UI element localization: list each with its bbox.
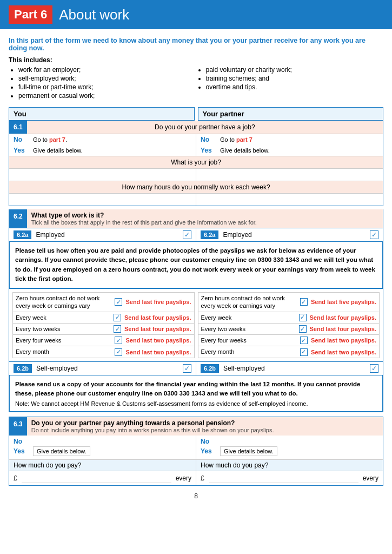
bullet-item: overtime and tips.: [206, 83, 384, 91]
payslip-action-partner-4: Send last two payslips.: [311, 349, 376, 355]
section-6-2b-check-you[interactable]: ✓: [183, 364, 191, 373]
partner-job-input[interactable]: [196, 169, 383, 181]
payslip-check-partner-2[interactable]: ✓: [299, 325, 307, 333]
payslip-col-partner: Zero hours contract do not work every we…: [198, 292, 380, 358]
partner-yes-detail: Give details below.: [220, 147, 270, 154]
section-6-3-header: 6.3 Do you or your partner pay anything …: [9, 417, 383, 436]
payslip-label-you-0: Zero hours contract do not work every we…: [16, 294, 111, 310]
section-6-1-num: 6.1: [9, 121, 27, 134]
you-no-goto: Go to part 7.: [33, 136, 67, 143]
section-6-3-partner-yes-label: Yes: [201, 447, 216, 455]
payslip-action-partner-3: Send last two payslips.: [311, 337, 376, 344]
includes-label: This includes:: [9, 56, 383, 64]
section-6-3-partner-pound: £: [201, 474, 204, 482]
section-6-3-partner-no-label: No: [201, 438, 216, 445]
payslip-check-you-4[interactable]: ✓: [115, 348, 122, 356]
payslip-check-partner-3[interactable]: ✓: [300, 337, 308, 344]
payslip-row-partner-1: Every week ✓ Send last four payslips.: [198, 312, 380, 324]
payslip-check-partner-4[interactable]: ✓: [300, 348, 308, 356]
section-6-2a-check-partner[interactable]: ✓: [370, 230, 378, 239]
you-job-input[interactable]: [9, 169, 196, 181]
bullet-item: full-time or part-time work;: [18, 83, 196, 91]
section-6-3-question: Do you or your partner pay anything towa…: [27, 417, 383, 436]
section-6-2b-badge-partner: 6.2b: [201, 364, 219, 373]
you-partner-headers: You Your partner: [9, 107, 383, 121]
partner-header: Your partner: [198, 107, 384, 121]
section-6-3-partner-amount: £ every: [196, 471, 383, 485]
payslip-section: Zero hours contract do not work every we…: [9, 289, 383, 362]
section-6-1-partner-yn: No Go to part 7 Yes Give details below.: [196, 134, 383, 156]
section-6-1-question: Do you or your partner have a job?: [27, 121, 383, 134]
you-yes-item: Yes Give details below.: [9, 145, 196, 156]
section-6-2a-badge-partner: 6.2a: [201, 230, 218, 239]
section-6-2b-row: 6.2b Self-employed ✓ 6.2b Self-employed …: [9, 362, 383, 375]
partner-hours-input[interactable]: [196, 194, 383, 206]
you-yes-label: Yes: [14, 147, 29, 154]
section-6-2b-partner: 6.2b Self-employed ✓: [196, 362, 383, 375]
col-partner: Your partner: [198, 107, 384, 121]
page-number: 8: [9, 492, 383, 500]
section-6-2-title: What type of work is it?: [31, 212, 378, 219]
payslip-row-partner-0: Zero hours contract do not work every we…: [198, 293, 380, 312]
section-6-3-body: No Yes Give details below. How much do y…: [9, 436, 383, 485]
hours-input-row: [9, 193, 383, 206]
section-6-2-subtitle: Tick all the boxes that apply in the res…: [31, 219, 378, 226]
you-no-part: part 7: [49, 136, 65, 143]
payslip-label-partner-1: Every week: [201, 314, 296, 321]
section-6-3-you-every: every: [176, 474, 191, 482]
payslip-check-partner-0[interactable]: ✓: [300, 298, 308, 306]
section-6-3-partner-howmuch: How much do you pay?: [196, 459, 383, 471]
payslip-row-partner-4: Every month ✓ Send last two payslips.: [198, 346, 380, 357]
you-hours-input[interactable]: [9, 194, 196, 206]
section-6-3-you-amount-input[interactable]: [22, 473, 171, 483]
section-6-3-q-main: Do you or your partner pay anything towa…: [31, 419, 378, 427]
you-no-item: No Go to part 7.: [9, 134, 196, 145]
you-no-label: No: [14, 136, 29, 143]
payslip-action-you-0: Send last five payslips.: [125, 299, 191, 305]
page-title: About work: [59, 6, 129, 23]
section-6-3-you-no-label: No: [14, 438, 29, 445]
partner-no-goto: Go to part 7: [220, 136, 253, 143]
section-6-1-question-row: 6.1 Do you or your partner have a job?: [9, 121, 383, 134]
hours-question-row: How many hours do you normally work each…: [9, 181, 383, 193]
payslip-label-you-4: Every month: [16, 348, 111, 355]
bullet-item: training schemes; and: [206, 75, 384, 82]
section-6-3-you-yes: Yes Give details below.: [14, 446, 191, 456]
payslip-check-you-0[interactable]: ✓: [115, 298, 122, 306]
section-6-2b-check-partner[interactable]: ✓: [370, 364, 378, 373]
payslip-action-partner-2: Send last four payslips.: [310, 326, 376, 332]
section-6-2a-badge-you: 6.2a: [14, 230, 31, 239]
payslip-action-you-2: Send last four payslips.: [124, 326, 191, 332]
payslip-check-you-1[interactable]: ✓: [114, 314, 121, 321]
section-6-3-partner-no: No: [201, 438, 378, 445]
you-yes-detail: Give details below.: [33, 147, 83, 154]
job-input-row: [9, 168, 383, 181]
section-6-3-you-pound: £: [14, 474, 17, 482]
section-6-3-q-sub: Do not include anything you pay into a w…: [31, 427, 378, 433]
section-6-3-partner-amount-input[interactable]: [209, 473, 358, 483]
section-6-3-you-yn: No Yes Give details below.: [9, 436, 196, 459]
payslip-check-you-3[interactable]: ✓: [115, 337, 122, 344]
payslip-row-you-2: Every two weeks ✓ Send last four payslip…: [13, 324, 194, 335]
bullet-item: paid voluntary or charity work;: [206, 66, 384, 74]
payslip-label-partner-0: Zero hours contract do not work every we…: [201, 294, 297, 310]
bullet-item: work for an employer;: [18, 66, 196, 74]
partner-no-part: part 7: [236, 136, 253, 143]
bullet-col-left: work for an employer; self-employed work…: [9, 66, 196, 101]
section-6-3-partner-every: every: [363, 474, 378, 482]
payslip-action-partner-1: Send last four payslips.: [310, 314, 376, 321]
payslip-action-you-4: Send last two payslips.: [125, 349, 191, 355]
partner-no-label: No: [201, 136, 216, 143]
section-6-1-yn-row: No Go to part 7. Yes Give details below.…: [9, 134, 383, 156]
payslip-row-you-0: Zero hours contract do not work every we…: [13, 293, 194, 312]
payslip-action-you-1: Send last four payslips.: [124, 314, 191, 321]
bullet-col-right: paid voluntary or charity work; training…: [196, 66, 384, 101]
col-you: You: [9, 107, 195, 121]
section-6-3-you: No Yes Give details below. How much do y…: [9, 436, 196, 485]
bullet-columns: work for an employer; self-employed work…: [9, 66, 383, 101]
section-6-2a-check-you[interactable]: ✓: [183, 230, 191, 239]
self-employed-notice: Please send us a copy of your accounts f…: [9, 375, 383, 413]
payslip-check-you-2[interactable]: ✓: [114, 325, 121, 333]
payslip-check-partner-1[interactable]: ✓: [299, 314, 307, 321]
payslip-row-partner-3: Every four weeks ✓ Send last two payslip…: [198, 335, 380, 346]
